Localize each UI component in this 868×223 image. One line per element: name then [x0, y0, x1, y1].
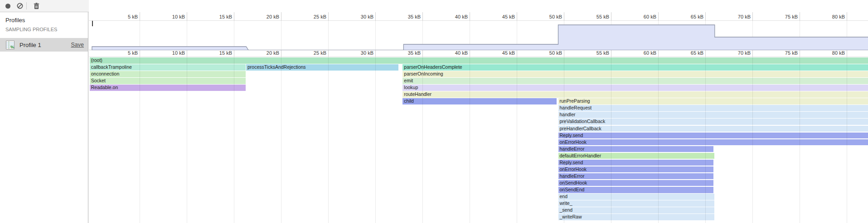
- record-button[interactable]: [3, 0, 13, 12]
- ruler-tick: [375, 50, 376, 57]
- ruler-tick-label: 80 kB: [814, 14, 845, 19]
- flame-bar-onsendend[interactable]: onSendEnd: [558, 187, 713, 193]
- flame-bar-send[interactable]: _send: [558, 207, 714, 214]
- ruler-tick: [187, 12, 187, 21]
- flame-bar-lookup[interactable]: lookup: [402, 85, 868, 91]
- ruler-tick-label: 15 kB: [201, 50, 232, 56]
- ruler-tick-label: 30 kB: [343, 14, 373, 19]
- ruler-tick: [234, 12, 234, 21]
- ruler-tick-label: 35 kB: [390, 50, 421, 56]
- ruler-tick-label: 10 kB: [154, 14, 185, 19]
- flame-bar-write[interactable]: write_: [558, 200, 714, 207]
- flame-bar-onerrorhook[interactable]: onErrorHook: [558, 166, 713, 173]
- ruler-tick: [328, 50, 329, 57]
- flame-bar-reply-send[interactable]: Reply.send: [558, 133, 868, 139]
- ruler-tick: [611, 12, 611, 21]
- flame-bar-prevalidationcallback[interactable]: preValidationCallback: [558, 119, 868, 125]
- flame-bar-child[interactable]: child: [402, 98, 557, 104]
- flame-bar-reply-send[interactable]: Reply.send: [558, 160, 713, 166]
- ruler-tick-label: 65 kB: [673, 50, 703, 56]
- record-icon: [5, 4, 10, 9]
- flame-bar-parseronincoming[interactable]: parserOnIncoming: [402, 71, 868, 77]
- flame-bar-defaulterrorhandler[interactable]: defaultErrorHandler: [558, 153, 714, 159]
- flame-bar-routehandler[interactable]: routeHandler: [402, 91, 868, 98]
- ruler-tick: [140, 12, 140, 21]
- ruler-tick: [422, 12, 423, 21]
- ruler-tick-label: 70 kB: [720, 14, 751, 19]
- flame-bar-socket[interactable]: Socket: [90, 78, 246, 84]
- flame-bar-onerrorhook[interactable]: onErrorHook: [558, 139, 868, 146]
- flame-bar-parseronheaderscomplete[interactable]: parserOnHeadersComplete: [402, 64, 868, 71]
- overview-timeline[interactable]: [89, 21, 868, 50]
- flame-bar-handleerror[interactable]: handleError: [558, 146, 713, 152]
- flame-chart[interactable]: (root)callbackTrampolineprocessTicksAndR…: [89, 57, 868, 223]
- flame-bar-root[interactable]: (root): [90, 57, 868, 64]
- overview-selection-handle[interactable]: [92, 21, 93, 26]
- delete-button[interactable]: [31, 0, 42, 12]
- ruler-tick: [800, 50, 800, 57]
- ruler-tick-label: 25 kB: [296, 50, 326, 56]
- ruler-tick-label: 70 kB: [720, 50, 751, 56]
- sidebar-item-profile-1[interactable]: % Profile 1 Save: [0, 38, 88, 52]
- ruler-tick-label: 65 kB: [673, 14, 703, 19]
- ruler-tick-label: 50 kB: [531, 50, 562, 56]
- flame-bar-emit[interactable]: emit: [402, 78, 868, 84]
- ruler-tick-label: 35 kB: [390, 14, 421, 19]
- ruler-tick: [234, 50, 234, 57]
- flame-gridline: [375, 57, 376, 223]
- ruler-tick-label: 55 kB: [578, 50, 609, 56]
- flame-gridline: [328, 57, 329, 223]
- ruler-tick-label: 20 kB: [248, 14, 279, 19]
- ruler-tick-label: 55 kB: [578, 14, 609, 19]
- ruler-tick: [564, 50, 564, 57]
- flame-bar-prehandlercallback[interactable]: preHandlerCallback: [558, 126, 868, 132]
- ruler-tick-label: 80 kB: [814, 50, 845, 56]
- ruler-tick: [752, 12, 753, 21]
- ruler-bottom: 5 kB10 kB15 kB20 kB25 kB30 kB35 kB40 kB4…: [89, 50, 868, 57]
- flame-bar-onconnection[interactable]: onconnection: [90, 71, 246, 77]
- flame-bar-writeraw[interactable]: _writeRaw: [558, 214, 714, 220]
- ruler-tick: [705, 12, 706, 21]
- ruler-top: 5 kB10 kB15 kB20 kB25 kB30 kB35 kB40 kB4…: [89, 12, 868, 21]
- flame-bar-end[interactable]: end: [558, 194, 714, 200]
- flame-bar-runpreparsing[interactable]: runPreParsing: [558, 98, 868, 104]
- flame-bar-onsendhook[interactable]: onSendHook: [558, 180, 713, 186]
- ruler-tick-label: 20 kB: [248, 50, 279, 56]
- ruler-tick: [658, 50, 659, 57]
- flame-bar-callbacktrampoline[interactable]: callbackTrampoline: [90, 64, 246, 71]
- memory-profiler-panel: Chart ▼ Profiles SAMPLING PROFILES % Pro…: [0, 0, 868, 223]
- flame-bar-handler[interactable]: handler: [558, 112, 868, 118]
- ruler-tick-label: 50 kB: [531, 14, 562, 19]
- ruler-tick: [281, 12, 281, 21]
- overview-area-chart: [89, 21, 868, 50]
- profile-name: Profile 1: [19, 42, 71, 48]
- ruler-tick: [564, 12, 564, 21]
- ruler-tick: [140, 50, 140, 57]
- ruler-tick: [847, 12, 847, 21]
- ruler-tick-label: 75 kB: [767, 50, 798, 56]
- ruler-tick: [705, 50, 706, 57]
- flame-bar-handlerequest[interactable]: handleRequest: [558, 105, 868, 111]
- ruler-tick-label: 30 kB: [343, 50, 373, 56]
- sidebar-title: Profiles: [5, 17, 25, 24]
- ruler-tick-label: 40 kB: [437, 50, 468, 56]
- ruler-tick-label: 60 kB: [626, 50, 656, 56]
- flame-bar-readable-on[interactable]: Readable.on: [90, 85, 246, 91]
- ruler-tick: [422, 50, 423, 57]
- save-link[interactable]: Save: [71, 42, 84, 48]
- clear-button[interactable]: [15, 0, 25, 12]
- svg-text:%: %: [10, 45, 14, 49]
- sidebar: Profiles SAMPLING PROFILES % Profile 1 S…: [0, 12, 88, 223]
- sampling-profiles-header: SAMPLING PROFILES: [5, 27, 57, 32]
- ruler-tick: [800, 12, 800, 21]
- ruler-tick: [375, 12, 376, 21]
- chart-area: 5 kB10 kB15 kB20 kB25 kB30 kB35 kB40 kB4…: [89, 0, 868, 223]
- trash-icon: [34, 3, 39, 9]
- flame-bar-processticksandrejections[interactable]: processTicksAndRejections: [246, 64, 398, 71]
- ruler-tick: [611, 50, 611, 57]
- flame-gridline: [281, 57, 281, 223]
- flame-bar-handleerror[interactable]: handleError: [558, 173, 713, 180]
- ruler-tick: [281, 50, 281, 57]
- ruler-tick: [658, 12, 659, 21]
- ruler-tick-label: 45 kB: [484, 14, 515, 19]
